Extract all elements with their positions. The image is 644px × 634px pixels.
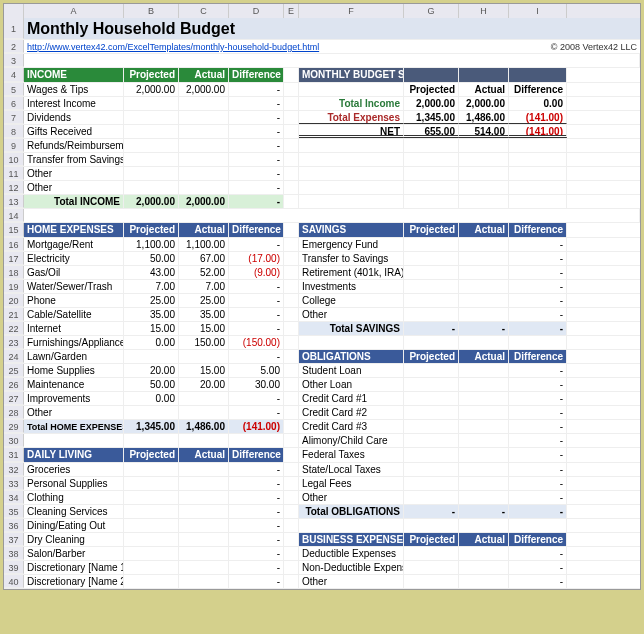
data-row[interactable]: 34Clothing-Other- [4, 491, 640, 505]
income-section-title: INCOME [24, 68, 124, 82]
income-total-row: 13 Total INCOME 2,000.00 2,000.00 - [4, 195, 640, 209]
grid[interactable]: 1 Monthly Household Budget 2 http://www.… [4, 18, 640, 589]
data-row[interactable]: 25Home Supplies20.0015.005.00Student Loa… [4, 364, 640, 378]
title-row: 1 Monthly Household Budget [4, 18, 640, 40]
data-row[interactable]: 21Cable/Satellite35.0035.00-Other- [4, 308, 640, 322]
data-row[interactable]: 39Discretionary [Name 1]-Non-Deductible … [4, 561, 640, 575]
data-row[interactable]: 27Improvements0.00-Credit Card #1- [4, 392, 640, 406]
data-row[interactable]: 38Salon/Barber-Deductible Expenses- [4, 547, 640, 561]
data-row[interactable]: 37Dry Cleaning-BUSINESS EXPENSEProjected… [4, 533, 640, 547]
data-row[interactable]: 11Other- [4, 167, 640, 181]
data-row[interactable]: 28Other-Credit Card #2- [4, 406, 640, 420]
summary-section-title: MONTHLY BUDGET SUMMARY [299, 68, 404, 82]
income-header-row: 4 INCOME Projected Actual Difference MON… [4, 68, 640, 83]
data-row[interactable]: 23Furnishings/Appliances0.00150.00(150.0… [4, 336, 640, 350]
data-row[interactable]: 36Dining/Eating Out- [4, 519, 640, 533]
data-row[interactable]: 30Alimony/Child Care- [4, 434, 640, 448]
data-row[interactable]: 7 Dividends - Total Expenses 1,345.00 1,… [4, 111, 640, 125]
data-row[interactable]: 5 Wages & Tips 2,000.00 2,000.00 - Proje… [4, 83, 640, 97]
data-row[interactable]: 24Lawn/Garden-OBLIGATIONSProjectedActual… [4, 350, 640, 364]
data-row[interactable]: 17Electricity50.0067.00(17.00)Transfer t… [4, 252, 640, 266]
data-row[interactable]: 33Personal Supplies-Legal Fees- [4, 477, 640, 491]
page-title: Monthly Household Budget [24, 18, 640, 39]
data-row[interactable]: 12Other- [4, 181, 640, 195]
link-row: 2 http://www.vertex42.com/ExcelTemplates… [4, 40, 640, 54]
copyright: © 2008 Vertex42 LLC [334, 40, 640, 53]
data-row[interactable]: 20Phone25.0025.00-College- [4, 294, 640, 308]
data-row[interactable]: 22Internet15.0015.00-Total SAVINGS--- [4, 322, 640, 336]
template-link[interactable]: http://www.vertex42.com/ExcelTemplates/m… [24, 40, 334, 53]
data-row[interactable]: 9Refunds/Reimbursements- [4, 139, 640, 153]
data-row[interactable]: 6 Interest Income - Total Income 2,000.0… [4, 97, 640, 111]
data-row[interactable]: 18Gas/Oil43.0052.00(9.00)Retirement (401… [4, 266, 640, 280]
data-row[interactable]: 40Discretionary [Name 2]-Other- [4, 575, 640, 589]
daily-header: 31DAILY LIVINGProjectedActualDifferenceF… [4, 448, 640, 463]
data-row[interactable]: 16Mortgage/Rent1,100.001,100.00-Emergenc… [4, 238, 640, 252]
data-row[interactable]: 10Transfer from Savings- [4, 153, 640, 167]
data-row[interactable]: 26Maintenance50.0020.0030.00Other Loan- [4, 378, 640, 392]
data-row[interactable]: 8 Gifts Received - NET 655.00 514.00 (14… [4, 125, 640, 139]
data-row[interactable]: 35Cleaning Services-Total OBLIGATIONS--- [4, 505, 640, 519]
spreadsheet: A B C D E F G H I 1 Monthly Household Bu… [3, 3, 641, 590]
home-savings-header: 15 HOME EXPENSES Projected Actual Differ… [4, 223, 640, 238]
column-headers: A B C D E F G H I [4, 4, 640, 18]
data-row[interactable]: 19Water/Sewer/Trash7.007.00-Investments- [4, 280, 640, 294]
home-total-row: 29Total HOME EXPENSES1,345.001,486.00(14… [4, 420, 640, 434]
data-row[interactable]: 32Groceries-State/Local Taxes- [4, 463, 640, 477]
